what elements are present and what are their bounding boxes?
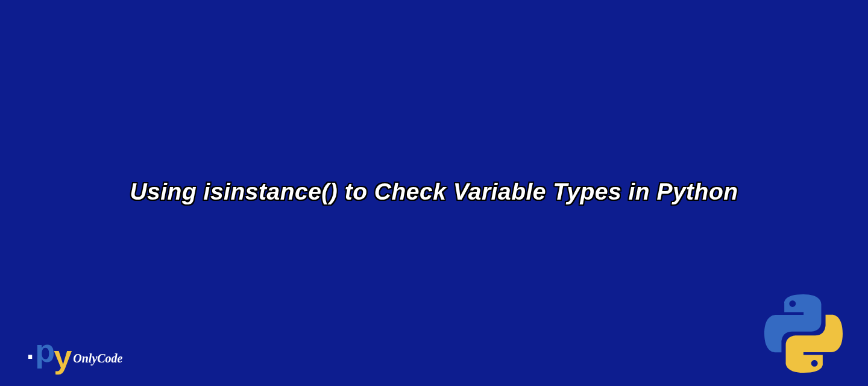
logo-text: OnlyCode — [73, 352, 122, 365]
logo-letter-p: p — [35, 334, 54, 367]
python-icon — [764, 294, 843, 373]
logo-letter-y: y — [54, 340, 71, 373]
site-logo: . p y OnlyCode — [27, 334, 123, 367]
logo-dot: . — [27, 337, 34, 363]
page-title: Using isinstance() to Check Variable Typ… — [0, 179, 868, 205]
